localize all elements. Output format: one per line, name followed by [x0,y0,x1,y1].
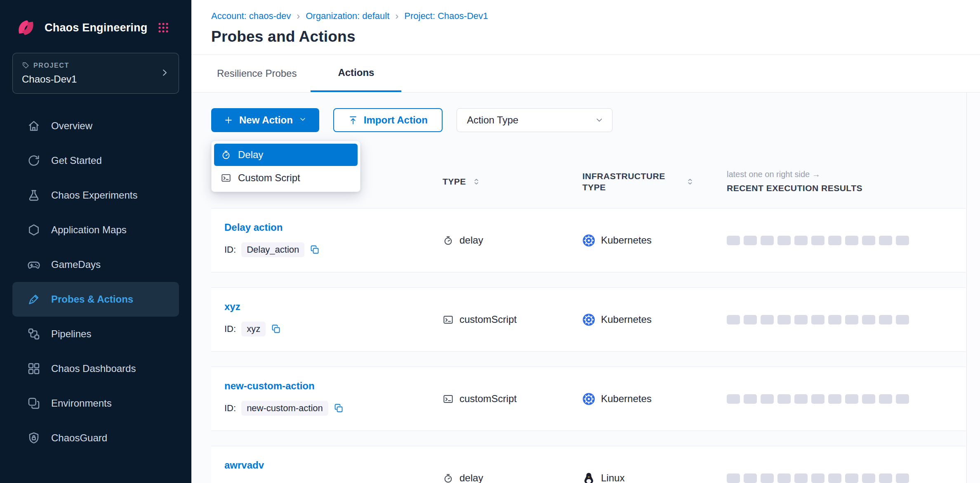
action-type: customScript [459,393,517,405]
main-content: Account: chaos-dev › Organization: defau… [191,0,980,483]
import-action-label: Import Action [364,114,428,126]
pipelines-icon [27,327,40,341]
column-header-type: TYPE [443,176,582,187]
action-name-link[interactable]: new-custom-action [224,380,315,392]
execution-result-placeholder [845,394,858,404]
chevron-right-icon [160,68,170,79]
menu-item-delay[interactable]: Delay [214,144,358,166]
sidebar-item-label: Chaos Experiments [51,189,137,201]
new-action-button[interactable]: New Action [211,108,319,132]
tabs-bar: Resilience Probes Actions [191,54,980,92]
sidebar-item-get-started[interactable]: Get Started [12,143,179,178]
flask-icon [27,189,40,202]
execution-result-placeholder [845,474,858,483]
execution-result-placeholder [828,394,841,404]
execution-result-placeholder [777,394,791,404]
action-type: customScript [459,314,517,325]
scrollbar-track[interactable] [966,92,980,483]
sidebar-item-gamedays[interactable]: GameDays [12,247,179,282]
sort-icon[interactable] [686,177,695,186]
kubernetes-icon [582,234,595,247]
sidebar-nav: Overview Get Started Chaos Experiments [0,109,191,455]
id-label: ID: [224,324,236,334]
module-grid-icon[interactable] [158,22,169,33]
chevron-down-icon [299,114,307,126]
sidebar-item-environments[interactable]: Environments [12,386,179,421]
project-name: Chaos-Dev1 [22,73,77,85]
action-name-link[interactable]: awrvadv [224,459,264,471]
sidebar-item-application-maps[interactable]: Application Maps [12,213,179,247]
execution-result-placeholder [845,236,858,245]
execution-result-placeholder [744,474,757,483]
execution-result-placeholder [777,315,791,324]
probe-pen-icon [27,293,40,306]
execution-result-placeholder [727,394,740,404]
tab-resilience-probes[interactable]: Resilience Probes [214,55,299,92]
execution-result-placeholder [862,394,875,404]
import-action-button[interactable]: Import Action [333,108,443,132]
sidebar-item-chaos-dashboards[interactable]: Chaos Dashboards [12,351,179,386]
column-header-label: INFRASTRUCTURE TYPE [582,170,680,193]
home-icon [27,119,40,133]
sidebar-item-overview[interactable]: Overview [12,109,179,143]
import-icon [348,115,358,125]
plus-icon [224,115,233,125]
sidebar-item-chaosguard[interactable]: ChaosGuard [12,421,179,455]
sidebar-item-pipelines[interactable]: Pipelines [12,317,179,351]
breadcrumb-account-link[interactable]: Account: chaos-dev [211,11,291,21]
column-header-label: RECENT EXECUTION RESULTS [727,182,862,194]
sidebar: Chaos Engineering PROJECT [0,0,191,483]
execution-result-placeholder [794,315,808,324]
recent-execution-results [727,315,966,324]
sidebar-item-label: ChaosGuard [51,432,107,444]
action-name-link[interactable]: xyz [224,301,240,313]
execution-result-placeholder [879,474,892,483]
sidebar-item-label: Environments [51,398,112,409]
copy-icon[interactable] [334,403,344,413]
column-header-results: latest one on right side → RECENT EXECUT… [727,170,966,194]
new-action-label: New Action [239,114,293,126]
execution-result-placeholder [727,236,740,245]
recent-execution-results [727,236,966,245]
actions-section: New Action Import Action Action Type [191,92,980,483]
chevron-down-icon [595,116,604,125]
execution-result-placeholder [879,394,892,404]
action-id-chip: new-custom-action [241,401,328,416]
sidebar-item-chaos-experiments[interactable]: Chaos Experiments [12,178,179,213]
breadcrumb-separator: › [395,11,398,21]
execution-result-placeholder [828,315,841,324]
recent-execution-results [727,394,966,404]
project-selector[interactable]: PROJECT Chaos-Dev1 [12,53,179,94]
breadcrumb-project-link[interactable]: Project: Chaos-Dev1 [404,11,488,21]
action-name-link[interactable]: Delay action [224,222,283,233]
sidebar-item-label: Application Maps [51,224,127,236]
project-label: PROJECT [33,62,69,69]
execution-result-placeholder [896,315,909,324]
app-root: Chaos Engineering PROJECT [0,0,980,483]
environments-icon [27,397,40,410]
execution-result-placeholder [777,236,791,245]
action-type: delay [459,472,483,483]
linux-icon [582,472,595,483]
tab-actions[interactable]: Actions [311,55,401,92]
sort-icon[interactable] [472,177,481,186]
menu-item-label: Delay [238,149,263,161]
sidebar-item-label: Overview [51,120,92,132]
sidebar-item-label: Get Started [51,155,102,166]
copy-icon[interactable] [271,324,281,334]
sidebar-item-probes-actions[interactable]: Probes & Actions [12,282,179,317]
chaos-logo-icon [15,17,37,39]
execution-result-placeholder [761,474,774,483]
id-label: ID: [224,403,236,414]
kubernetes-icon [582,393,595,405]
action-type-select[interactable]: Action Type [457,108,612,132]
copy-icon[interactable] [310,245,320,255]
infrastructure-type: Kubernetes [601,234,652,246]
execution-result-placeholder [828,474,841,483]
execution-result-placeholder [862,315,875,324]
infrastructure-type: Linux [601,472,624,483]
dashboards-icon [27,362,40,375]
execution-result-placeholder [727,315,740,324]
breadcrumb-organization-link[interactable]: Organization: default [306,11,389,21]
menu-item-custom-script[interactable]: Custom Script [214,167,358,189]
